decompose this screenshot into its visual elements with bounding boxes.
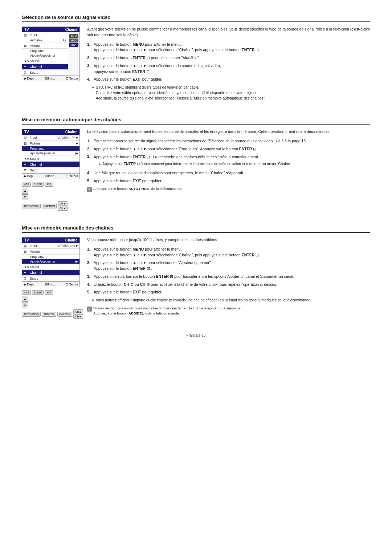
arrow-right2: ▶: [76, 142, 78, 145]
ch-arrows3: ▲ ▼: [22, 296, 28, 308]
sound-label2: Sound: [30, 157, 78, 161]
setup-icon: ⚙: [24, 71, 29, 74]
ch-up-btn[interactable]: CH▲: [58, 201, 68, 206]
step-num: 2.: [87, 146, 94, 152]
section1-instructions: Avant que votre télévision ne puisse com…: [87, 27, 370, 102]
note3-1: ➤ Vous pouvez afficher n'importe quelle …: [91, 297, 370, 303]
menu-row-sound: ◄► Sound: [22, 58, 68, 64]
menu-row-setup3: ⚙ Setup: [22, 276, 79, 281]
ch-down-btn3[interactable]: CH▼: [73, 314, 83, 319]
step-num: 3.: [87, 154, 94, 168]
step-text: Appuyez sur le bouton EXIT pour quitter.: [94, 289, 162, 295]
section-auto-memory: Mise en mémoire automatique des chaînes …: [22, 117, 370, 211]
arrow-down-btn3[interactable]: ▼: [22, 303, 28, 308]
menu-row-sound3: ◄► Sound: [22, 264, 79, 270]
picture-icon: ▦: [24, 44, 29, 48]
step-num: 1.: [87, 42, 94, 53]
channel-label: Channel: [30, 65, 66, 69]
tv-label3: TV: [24, 238, 29, 242]
step-num: 3.: [87, 63, 94, 75]
page-footer: Français-13: [22, 333, 370, 337]
step2-4: 4. Une fois que toutes les canal disponi…: [87, 170, 370, 176]
section-signal-selection: Sélection de la source du signal vidéo T…: [22, 15, 370, 102]
mts-btn[interactable]: MTS: [22, 182, 31, 187]
input-value2: Air/câble: [57, 136, 69, 139]
setup-icon3: ⚙: [24, 277, 29, 280]
step-text: Pour sélectionner la source du signal, r…: [94, 138, 307, 144]
footer-nav2: ◆ Dépl.: [24, 174, 34, 178]
menu-sub-ajouter: Ajouter/suppeimer: [22, 53, 68, 58]
prog-auto-label3: Prog. auto: [30, 255, 44, 259]
footer-enter3: ⊡Intro.: [45, 283, 55, 286]
menu-sub-prog-auto2: Prog. auto: [22, 146, 79, 151]
section3-tv-box: TV Chaîne ▤ Input Air/câble : Air ▶ ▦ Pi…: [22, 237, 80, 319]
step-num: 5.: [87, 178, 94, 184]
ch-down-btn[interactable]: CH▼: [58, 206, 68, 211]
sleep-btn[interactable]: SLEEP: [32, 182, 44, 187]
note2-3: ➤ Appuyez sur ENTER ⊡ à tout moment pour…: [98, 161, 292, 167]
tip-icon: ⊡: [87, 187, 92, 192]
caption-btn3[interactable]: CAPTION: [57, 312, 72, 317]
pip-btn3[interactable]: PIP: [45, 290, 53, 295]
tip3: ⊡ Utilisez les boutons numériques pour s…: [87, 306, 370, 316]
menu-row-channel3: ✦ Channel: [22, 270, 79, 276]
setup-label2: Setup: [30, 169, 78, 172]
step-num: 1.: [87, 138, 94, 144]
step3-4: 4. Utilisez le bouton CH ⊙ ou CH ⊙ pour …: [87, 282, 370, 288]
menu-sub-ajouter3: Ajouter/suppeimer ▶: [22, 259, 79, 264]
add-del-btn3[interactable]: ADD/DEL: [42, 312, 56, 317]
step-text: Appuyez plusieurs fois sur le bouton ENT…: [94, 274, 294, 280]
arrow-up-btn3[interactable]: ▲: [22, 296, 28, 302]
note-text: STD, HRC et IRC identifient divers types…: [96, 85, 266, 101]
picture-label2: Picture: [30, 142, 76, 145]
step2-3: 3. Appuyez sur le bouton ENTER ⊡ . La re…: [87, 154, 370, 168]
ajouter-arrow3: ▶: [75, 260, 78, 263]
arrow-down-btn[interactable]: ▼: [22, 194, 28, 200]
section3-title: Mise en mémoire manuelle des chaînes: [22, 225, 370, 233]
mts-btn3[interactable]: MTS: [22, 290, 31, 295]
step1-2: 2. Appuyez sur le bouton ENTER ⊡ pour sé…: [87, 55, 370, 61]
step3-1: 1. Appuyez sur le bouton MENU pour affic…: [87, 247, 370, 258]
step-text: Utilisez le bouton CH ⊙ ou CH ⊙ pour acc…: [94, 282, 277, 288]
step-num: 2.: [87, 55, 94, 61]
ch-btn-pair: CH▲ CH▼: [58, 201, 68, 211]
input-label: Input: [30, 33, 66, 37]
step3-3: 3. Appuyez plusieurs fois sur le bouton …: [87, 274, 370, 280]
menu-row-input: ▤ Input: [22, 32, 68, 38]
ch-up-btn3[interactable]: CH▲: [73, 309, 83, 314]
menu-row-picture2: ▦ Picture ▶: [22, 141, 79, 146]
std-item: STD: [69, 34, 78, 38]
menu-row-input2: ▤ Input Air/câble : Air ▶: [22, 135, 79, 141]
auto-prog-btn3[interactable]: AUTO/PROG: [22, 312, 41, 317]
auto-prog-btn[interactable]: AUTO/PROG: [22, 204, 41, 208]
tip2: ⊡ Appuyez sur le bouton AUTO PROG. de la…: [87, 186, 370, 192]
tv-menu-footer3: ◆ Dépl. ⊡Intro. ⊡Retour: [22, 281, 79, 287]
sound-icon2: ◄►: [24, 157, 29, 161]
tv-menu-header2: TV Chaîne: [22, 129, 79, 135]
chanel-label3: Chaîne: [65, 238, 77, 242]
note-text: Appuyez sur ENTER ⊡ à tout moment pour i…: [102, 161, 292, 167]
menu-sub-air-cable: Air/câble Air: [22, 38, 68, 43]
input-icon3: ▤: [24, 244, 29, 248]
step-text: Appuyez sur le bouton ENTER ⊡ pour sélec…: [94, 55, 200, 61]
note-arrow: ➤: [91, 297, 94, 303]
sleep-btn3[interactable]: SLEEP: [32, 290, 44, 295]
remote-row-top3: MTS SLEEP PIP: [22, 290, 53, 295]
step2-2: 2. Appuyez sur le bouton ▲ ou ▼ pour sél…: [87, 146, 370, 152]
arrow-up-btn[interactable]: ▲: [22, 188, 28, 194]
menu-sub-ajouter2: Ajouter/suppeimer ▶: [22, 151, 79, 156]
note-text: Vous pouvez afficher n'importe quelle ch…: [96, 297, 311, 303]
menu-sub-prog-auto3: Prog. auto: [22, 255, 79, 259]
input-icon2: ▤: [24, 136, 29, 139]
step3-2: 2. Appuyez sur le bouton ▲ ou ▼ pour sél…: [87, 260, 370, 272]
step-text: Appuyez sur le bouton EXIT pour quitter.: [94, 178, 162, 184]
menu-row-channel: ✦ Channel: [22, 64, 68, 70]
pip-btn[interactable]: PIP: [45, 182, 53, 187]
air-sub3: : Air ▶: [70, 244, 78, 247]
caption-btn[interactable]: CAPTION: [42, 204, 57, 208]
input-icon: ▤: [24, 33, 29, 37]
step-text: Appuyez sur le bouton ▲ ou ▼ pour sélect…: [94, 146, 257, 152]
step-text: Appuyez sur le bouton MENU pour afficher…: [94, 247, 260, 258]
section2-tv-box: TV Chaîne ▤ Input Air/câble : Air ▶ ▦ Pi…: [22, 129, 80, 211]
note-arrow: ➤: [91, 85, 94, 101]
